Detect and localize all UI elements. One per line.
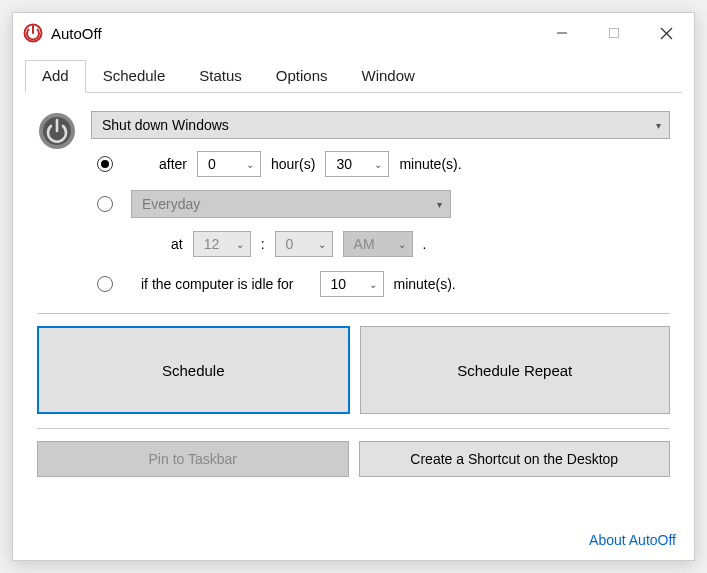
- divider: [37, 313, 670, 314]
- radio-after[interactable]: [97, 156, 113, 172]
- idle-label: if the computer is idle for: [141, 276, 294, 292]
- tab-status[interactable]: Status: [182, 60, 259, 93]
- pin-taskbar-button[interactable]: Pin to Taskbar: [37, 441, 349, 477]
- ampm-value: AM: [354, 236, 375, 252]
- chevron-down-icon: ⌄: [369, 279, 377, 290]
- idle-minutes-value: 10: [331, 276, 347, 292]
- time-minute-value: 0: [286, 236, 294, 252]
- minutes-label: minute(s).: [399, 156, 461, 172]
- chevron-down-icon: ⌄: [236, 239, 244, 250]
- radio-idle[interactable]: [97, 276, 113, 292]
- chevron-down-icon: ▾: [437, 199, 442, 210]
- option-idle-row: if the computer is idle for 10 ⌄ minute(…: [91, 269, 670, 299]
- time-minute-select[interactable]: 0 ⌄: [275, 231, 333, 257]
- schedule-button-row: Schedule Schedule Repeat: [37, 326, 670, 414]
- shortcut-button-row: Pin to Taskbar Create a Shortcut on the …: [37, 441, 670, 477]
- tab-options[interactable]: Options: [259, 60, 345, 93]
- power-icon: [37, 111, 77, 151]
- tab-add[interactable]: Add: [25, 60, 86, 93]
- idle-minutes-select[interactable]: 10 ⌄: [320, 271, 384, 297]
- after-minutes-value: 30: [336, 156, 352, 172]
- time-hour-select[interactable]: 12 ⌄: [193, 231, 251, 257]
- tab-content-add: Shut down Windows ▾ after 0 ⌄ hour(s) 30: [13, 93, 694, 526]
- tab-strip: Add Schedule Status Options Window: [25, 59, 682, 93]
- minimize-button[interactable]: [536, 15, 588, 51]
- after-minutes-select[interactable]: 30 ⌄: [325, 151, 389, 177]
- day-select-value: Everyday: [142, 196, 200, 212]
- about-link[interactable]: About AutoOff: [589, 532, 676, 548]
- close-button[interactable]: [640, 15, 692, 51]
- svg-rect-2: [610, 29, 619, 38]
- at-label: at: [171, 236, 183, 252]
- option-everyday-time-row: at 12 ⌄ : 0 ⌄ AM ⌄ .: [91, 229, 670, 259]
- option-after-row: after 0 ⌄ hour(s) 30 ⌄ minute(s).: [91, 149, 670, 179]
- app-window: AutoOff Add Schedule Status Options Wind…: [12, 12, 695, 561]
- app-power-icon: [23, 23, 43, 43]
- chevron-down-icon: ⌄: [246, 159, 254, 170]
- option-everyday-row: Everyday ▾: [91, 189, 670, 219]
- action-config: Shut down Windows ▾ after 0 ⌄ hour(s) 30: [91, 111, 670, 299]
- radio-everyday[interactable]: [97, 196, 113, 212]
- tab-schedule[interactable]: Schedule: [86, 60, 183, 93]
- idle-minutes-label: minute(s).: [394, 276, 456, 292]
- chevron-down-icon: ⌄: [398, 239, 406, 250]
- action-select-value: Shut down Windows: [102, 117, 229, 133]
- after-label: after: [159, 156, 187, 172]
- after-hours-value: 0: [208, 156, 216, 172]
- action-row: Shut down Windows ▾ after 0 ⌄ hour(s) 30: [37, 111, 670, 299]
- window-controls: [536, 15, 692, 51]
- chevron-down-icon: ▾: [656, 120, 661, 131]
- day-select[interactable]: Everyday ▾: [131, 190, 451, 218]
- titlebar: AutoOff: [13, 13, 694, 53]
- action-select[interactable]: Shut down Windows ▾: [91, 111, 670, 139]
- chevron-down-icon: ⌄: [374, 159, 382, 170]
- maximize-button: [588, 15, 640, 51]
- dot-label: .: [423, 236, 427, 252]
- after-hours-select[interactable]: 0 ⌄: [197, 151, 261, 177]
- create-shortcut-button[interactable]: Create a Shortcut on the Desktop: [359, 441, 671, 477]
- divider: [37, 428, 670, 429]
- footer: About AutoOff: [13, 526, 694, 560]
- tab-window[interactable]: Window: [345, 60, 432, 93]
- ampm-select[interactable]: AM ⌄: [343, 231, 413, 257]
- window-title: AutoOff: [51, 25, 536, 42]
- colon-label: :: [261, 236, 265, 252]
- schedule-button[interactable]: Schedule: [37, 326, 350, 414]
- time-hour-value: 12: [204, 236, 220, 252]
- schedule-repeat-button[interactable]: Schedule Repeat: [360, 326, 671, 414]
- hours-label: hour(s): [271, 156, 315, 172]
- chevron-down-icon: ⌄: [318, 239, 326, 250]
